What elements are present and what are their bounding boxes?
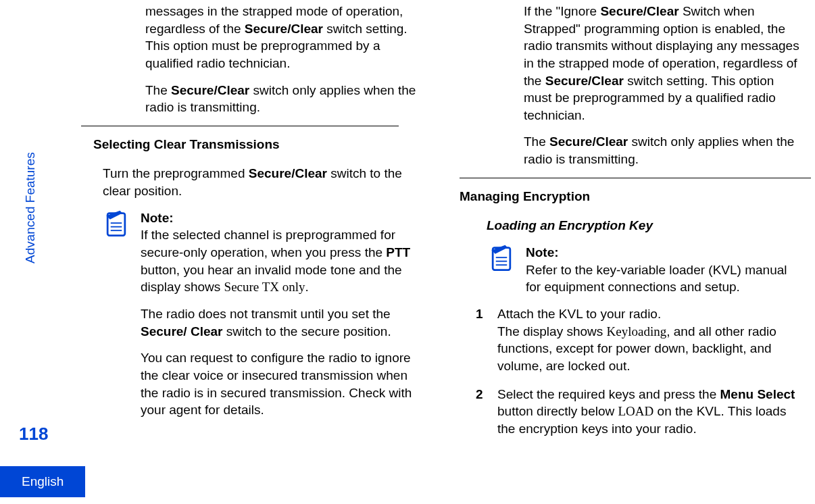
text-bold: Secure/Clear <box>600 4 678 18</box>
note-title: Note: <box>526 244 804 261</box>
text: The <box>145 83 171 97</box>
text: button directly below <box>497 404 618 418</box>
note-block-2: Note: Refer to the key-variable loader (… <box>460 244 804 296</box>
page-number: 118 <box>19 422 48 446</box>
text-display: LOAD <box>618 404 654 418</box>
column-left: messages in the strapped mode of operati… <box>81 0 419 448</box>
text-bold: Secure/Clear <box>249 166 327 180</box>
language-tab: English <box>0 466 85 497</box>
text: If the selected channel is preprogrammed… <box>141 228 395 259</box>
text: Select the required keys and press the <box>497 387 720 401</box>
col2-para-2: The Secure/Clear switch only applies whe… <box>460 133 804 168</box>
note-para: Refer to the key-variable loader (KVL) m… <box>526 261 804 296</box>
text-bold: Secure/ Clear <box>141 324 222 338</box>
note-para-1: If the selected channel is preprogrammed… <box>141 226 419 296</box>
note-body: Note: Refer to the key-variable loader (… <box>526 244 804 296</box>
text-bold: Secure/Clear <box>549 134 628 149</box>
text: The display shows <box>497 324 607 338</box>
text: The radio does not transmit until you se… <box>141 307 391 321</box>
text-display: Secure TX only <box>224 280 305 294</box>
col1-para-3: Turn the preprogrammed Secure/Clear swit… <box>81 165 419 199</box>
text-bold: Secure/Clear <box>545 74 624 88</box>
col2-para-1: If the "Ignore Secure/Clear Switch when … <box>460 3 804 124</box>
heading-selecting-clear: Selecting Clear Transmissions <box>81 136 419 153</box>
col1-para-2: The Secure/Clear switch only applies whe… <box>81 82 419 116</box>
note-body: Note: If the selected channel is preprog… <box>141 209 419 419</box>
section-side-label: Advanced Features <box>22 152 39 263</box>
content-columns: messages in the strapped mode of operati… <box>0 0 815 448</box>
note-block: Note: If the selected channel is preprog… <box>81 209 419 419</box>
text-bold: Secure/Clear <box>245 22 323 36</box>
text-bold: Secure/Clear <box>171 83 249 97</box>
text-bold: PTT <box>386 245 410 259</box>
step-body: Select the required keys and press the M… <box>497 386 804 438</box>
note-icon <box>487 244 516 274</box>
step-body: Attach the KVL to your radio. The displa… <box>497 305 804 375</box>
step-2: 2 Select the required keys and press the… <box>460 386 804 438</box>
divider <box>460 178 811 178</box>
step-number: 1 <box>476 305 488 323</box>
text: switch to the secure position. <box>222 324 391 338</box>
divider <box>81 126 399 126</box>
note-para-3: You can request to configure the radio t… <box>141 349 419 419</box>
text: You can request to configure the radio t… <box>141 351 412 417</box>
col1-para-1: messages in the strapped mode of operati… <box>81 3 419 72</box>
note-title: Note: <box>141 209 419 227</box>
text: The <box>524 134 549 149</box>
step-1: 1 Attach the KVL to your radio. The disp… <box>460 305 804 375</box>
note-icon <box>101 209 131 239</box>
step-number: 2 <box>476 386 488 403</box>
note-para-2: The radio does not transmit until you se… <box>141 305 419 340</box>
column-right: If the "Ignore Secure/Clear Switch when … <box>460 0 804 448</box>
text: Turn the preprogrammed <box>103 166 249 180</box>
heading-managing-encryption: Managing Encryption <box>460 188 804 205</box>
text: Attach the KVL to your radio. <box>497 305 804 323</box>
text-bold: Menu Select <box>720 387 795 401</box>
text-display: Keyloading <box>607 324 667 338</box>
heading-loading-key: Loading an Encryption Key <box>460 217 804 234</box>
text: . <box>305 280 309 294</box>
text: If the "Ignore <box>524 4 600 18</box>
step-text-2: The display shows Keyloading, and all ot… <box>497 323 804 375</box>
